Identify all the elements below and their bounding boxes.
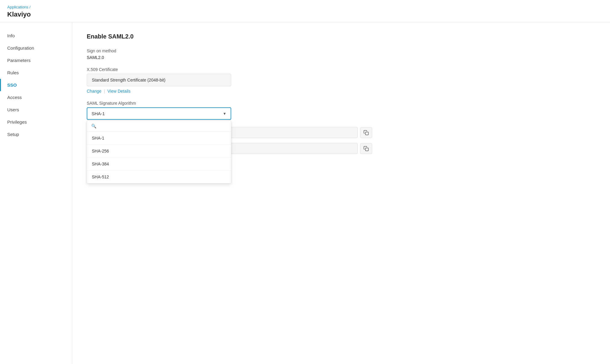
sign-on-method-label: Sign on method — [87, 48, 596, 53]
copy-button-2[interactable] — [360, 143, 372, 154]
dropdown-search-bar: 🔍 — [87, 121, 231, 132]
dropdown-search-input[interactable] — [99, 124, 227, 128]
certificate-links: Change | View Details — [87, 89, 596, 94]
svg-rect-1 — [366, 148, 369, 151]
sign-on-method-group: Sign on method SAML2.0 — [87, 48, 596, 60]
page-title: Klaviyo — [7, 11, 603, 18]
sign-on-method-value: SAML2.0 — [87, 55, 596, 60]
sidebar-item-setup[interactable]: Setup — [0, 128, 72, 140]
certificate-value: Standard Strength Certificate (2048-bit) — [87, 74, 231, 86]
sidebar-item-parameters[interactable]: Parameters — [0, 54, 72, 66]
certificate-label: X.509 Certificate — [87, 67, 596, 72]
header: Applications / Klaviyo — [0, 0, 610, 22]
dropdown-option-sha512[interactable]: SHA-512 — [87, 171, 231, 183]
breadcrumb-parent[interactable]: Applications — [7, 5, 28, 9]
dropdown-selected-value: SHA-1 — [92, 111, 105, 116]
search-icon: 🔍 — [91, 124, 96, 128]
sidebar-item-configuration[interactable]: Configuration — [0, 42, 72, 54]
sidebar-item-info[interactable]: Info — [0, 29, 72, 42]
copy-icon — [363, 130, 369, 135]
chevron-down-icon: ▼ — [223, 112, 226, 116]
dropdown-trigger[interactable]: SHA-1 ▼ — [87, 107, 231, 120]
sidebar-item-access[interactable]: Access — [0, 91, 72, 103]
copy-icon-2 — [363, 146, 369, 151]
breadcrumb: Applications / — [7, 5, 603, 9]
svg-rect-0 — [366, 132, 369, 135]
certificate-group: X.509 Certificate Standard Strength Cert… — [87, 67, 596, 94]
dropdown-option-sha256[interactable]: SHA-256 — [87, 145, 231, 158]
sidebar-item-privileges[interactable]: Privileges — [0, 116, 72, 128]
view-details-link[interactable]: View Details — [107, 89, 131, 94]
sidebar: Info Configuration Parameters Rules SSO … — [0, 22, 72, 364]
signature-algorithm-label: SAML Signature Algorithm — [87, 101, 596, 106]
dropdown-option-sha384[interactable]: SHA-384 — [87, 158, 231, 171]
dropdown-option-sha1[interactable]: SHA-1 — [87, 132, 231, 145]
signature-algorithm-group: SAML Signature Algorithm SHA-1 ▼ 🔍 SHA-1 — [87, 101, 596, 120]
breadcrumb-separator: / — [30, 5, 31, 9]
main-content: Enable SAML2.0 Sign on method SAML2.0 X.… — [72, 22, 610, 364]
sidebar-item-rules[interactable]: Rules — [0, 66, 72, 79]
section-title: Enable SAML2.0 — [87, 33, 596, 40]
sidebar-item-users[interactable]: Users — [0, 103, 72, 116]
dropdown-menu: 🔍 SHA-1 SHA-256 SHA-384 SHA-512 — [87, 120, 231, 184]
signature-algorithm-dropdown: SHA-1 ▼ 🔍 SHA-1 SHA-256 SHA-384 SHA-512 — [87, 107, 231, 120]
cert-link-divider: | — [104, 89, 105, 94]
app-layout: Info Configuration Parameters Rules SSO … — [0, 22, 610, 364]
change-link[interactable]: Change — [87, 89, 101, 94]
copy-button-1[interactable] — [360, 127, 372, 138]
sidebar-item-sso[interactable]: SSO — [0, 79, 72, 91]
